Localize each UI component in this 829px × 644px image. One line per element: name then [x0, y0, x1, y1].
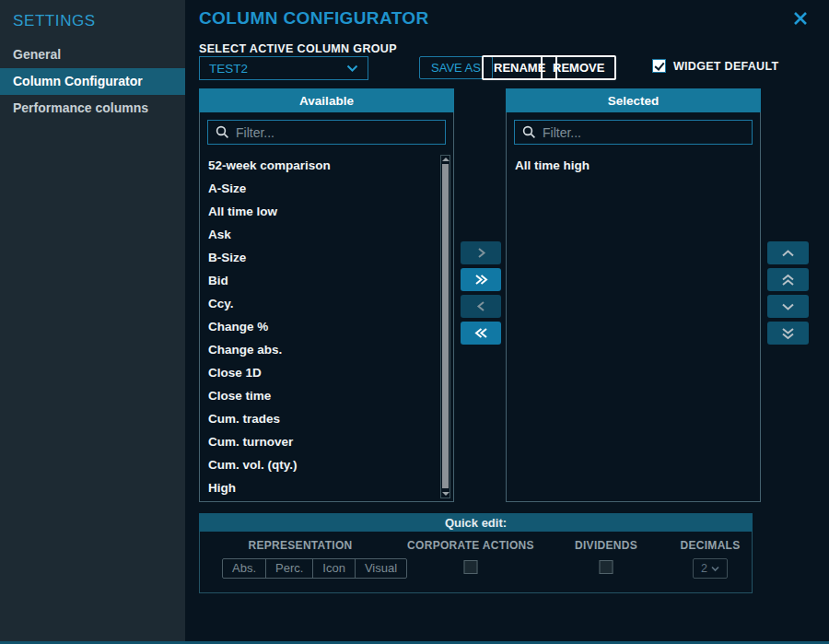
reorder-buttons — [767, 241, 809, 345]
available-column-item[interactable]: Close 1D — [200, 361, 453, 384]
move-down-button[interactable] — [767, 295, 809, 318]
representation-option[interactable]: Abs. — [223, 559, 266, 578]
representation-option[interactable]: Icon — [313, 559, 356, 578]
sidebar-item[interactable]: General — [0, 41, 185, 68]
settings-window: { "sidebar": { "title": "SETTINGS", "ite… — [0, 0, 829, 644]
sidebar-item[interactable]: Performance columns — [0, 95, 185, 122]
representation-option[interactable]: Perc. — [266, 559, 313, 578]
available-column-item[interactable]: Cum. trades — [200, 407, 453, 430]
selected-panel: Selected All time high — [506, 88, 761, 502]
column-group-select-value: TEST2 — [209, 62, 248, 76]
widget-default-checkbox[interactable] — [652, 59, 666, 73]
move-up-button[interactable] — [767, 241, 809, 264]
move-right-button[interactable] — [461, 241, 501, 264]
chevrons-down-icon — [781, 327, 795, 340]
chevrons-up-icon — [781, 274, 795, 287]
chevrons-left-icon — [473, 327, 489, 339]
dividends-label: DIVIDENDS — [575, 539, 637, 552]
move-all-right-button[interactable] — [461, 268, 501, 291]
selected-panel-title: Selected — [506, 88, 761, 112]
quick-edit-title: Quick edit: — [199, 513, 753, 532]
available-column-item[interactable]: 52-week comparison — [200, 154, 453, 177]
available-filter-input[interactable] — [236, 125, 438, 140]
move-left-button[interactable] — [461, 295, 501, 318]
search-icon — [522, 125, 536, 139]
available-column-item[interactable]: Change % — [200, 315, 453, 338]
available-column-item[interactable]: All time low — [200, 200, 453, 223]
move-all-left-button[interactable] — [461, 322, 501, 345]
representation-label: REPRESENTATION — [248, 539, 352, 552]
chevron-left-icon — [474, 300, 488, 312]
selected-column-list: All time high — [507, 151, 760, 501]
scroll-down-arrow-icon[interactable] — [442, 492, 450, 496]
widget-default-toggle[interactable]: WIDGET DEFAULT — [652, 59, 778, 73]
active-column-group-label: SELECT ACTIVE COLUMN GROUP — [199, 42, 397, 55]
chevron-down-icon — [781, 301, 795, 312]
chevron-down-icon — [346, 64, 358, 73]
search-icon — [216, 125, 229, 139]
move-bottom-button[interactable] — [767, 322, 809, 345]
corporate-actions-checkbox[interactable] — [464, 560, 478, 574]
available-column-item[interactable]: Ccy. — [200, 292, 453, 315]
selected-filter-input[interactable] — [543, 125, 744, 140]
transfer-buttons — [461, 241, 501, 345]
available-column-item[interactable]: B-Size — [200, 246, 453, 269]
decimals-select[interactable]: 2 — [693, 558, 728, 579]
move-top-button[interactable] — [767, 268, 809, 291]
remove-button[interactable]: REMOVE — [541, 55, 616, 80]
available-column-item[interactable]: Change abs. — [200, 338, 453, 361]
representation-option[interactable]: Visual — [356, 559, 406, 578]
available-filter-box — [207, 120, 446, 145]
available-panel-title: Available — [199, 88, 454, 112]
settings-sidebar: SETTINGS General Column Configurator Per… — [0, 0, 185, 641]
available-column-item[interactable]: Cum. vol. (qty.) — [200, 453, 453, 476]
scrollbar-thumb[interactable] — [442, 164, 449, 488]
quick-edit-grid: REPRESENTATION CORPORATE ACTIONS DIVIDEN… — [200, 532, 752, 591]
available-column-item[interactable]: Bid — [200, 269, 453, 292]
decimals-label: DECIMALS — [680, 539, 740, 552]
column-configurator-panel: COLUMN CONFIGURATOR SELECT ACTIVE COLUMN… — [185, 0, 829, 641]
available-column-item[interactable]: A-Size — [200, 177, 453, 200]
chevron-down-icon — [711, 566, 719, 572]
available-column-list: 52-week comparison A-Size All time low A… — [200, 151, 453, 501]
chevrons-right-icon — [473, 274, 489, 286]
representation-options: Abs. Perc. Icon Visual — [222, 558, 407, 579]
available-scrollbar[interactable] — [440, 155, 450, 498]
available-column-item[interactable]: Cum. turnover — [200, 430, 453, 453]
sidebar-title: SETTINGS — [0, 0, 185, 41]
chevron-right-icon — [474, 247, 488, 259]
column-group-select[interactable]: TEST2 — [199, 56, 368, 80]
corporate-actions-label: CORPORATE ACTIONS — [407, 539, 534, 552]
available-column-item[interactable]: High — [200, 476, 453, 499]
available-column-item[interactable]: Ask — [200, 223, 453, 246]
scroll-up-arrow-icon[interactable] — [442, 158, 450, 161]
selected-column-item[interactable]: All time high — [507, 154, 760, 177]
widget-default-label: WIDGET DEFAULT — [673, 60, 778, 73]
decimals-select-value: 2 — [701, 562, 707, 575]
chevron-up-icon — [781, 248, 795, 259]
quick-edit-section: Quick edit: REPRESENTATION CORPORATE ACT… — [199, 513, 753, 593]
selected-filter-box — [514, 120, 753, 145]
available-panel: Available 52-week comparison A-Size All … — [199, 88, 454, 502]
page-title: COLUMN CONFIGURATOR — [199, 8, 429, 29]
close-icon[interactable] — [792, 11, 809, 28]
dividends-checkbox[interactable] — [600, 560, 613, 574]
sidebar-item[interactable]: Column Configurator — [0, 68, 185, 95]
sidebar-nav: General Column Configurator Performance … — [0, 41, 185, 122]
available-column-item[interactable]: Close time — [200, 384, 453, 407]
